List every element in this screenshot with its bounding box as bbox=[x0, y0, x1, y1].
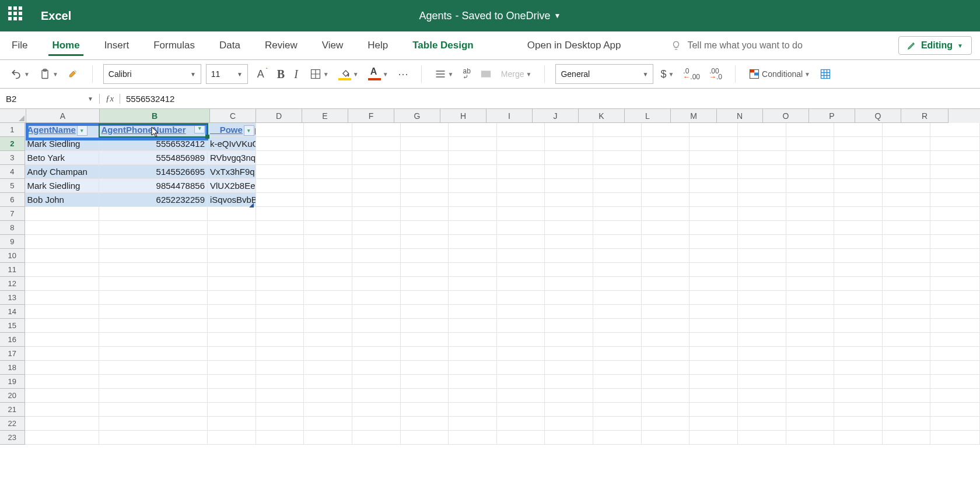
cell-A21[interactable] bbox=[25, 403, 99, 417]
cell-P5[interactable] bbox=[834, 179, 883, 193]
cell-J2[interactable] bbox=[545, 137, 593, 151]
cell-E10[interactable] bbox=[304, 249, 352, 263]
cell-F8[interactable] bbox=[352, 221, 401, 235]
cell-L15[interactable] bbox=[642, 319, 690, 333]
cell-L18[interactable] bbox=[642, 361, 690, 375]
cell-N11[interactable] bbox=[738, 263, 786, 277]
row-header-4[interactable]: 4 bbox=[0, 165, 25, 179]
cell-H20[interactable] bbox=[449, 389, 497, 403]
cell-D7[interactable] bbox=[256, 207, 304, 221]
cell-P12[interactable] bbox=[834, 277, 883, 291]
cell-C4[interactable]: VxTx3hF9q1s bbox=[208, 165, 256, 179]
cell-A11[interactable] bbox=[25, 263, 99, 277]
cell-B7[interactable] bbox=[99, 207, 208, 221]
cell-D8[interactable] bbox=[256, 221, 304, 235]
undo-button[interactable]: ▼ bbox=[8, 66, 32, 82]
cell-B10[interactable] bbox=[99, 249, 208, 263]
cell-L2[interactable] bbox=[642, 137, 690, 151]
cell-R3[interactable] bbox=[930, 151, 980, 165]
col-header-R[interactable]: R bbox=[901, 109, 949, 123]
cell-N3[interactable] bbox=[738, 151, 786, 165]
cell-H4[interactable] bbox=[449, 165, 497, 179]
cell-M6[interactable] bbox=[690, 193, 738, 207]
cell-Q16[interactable] bbox=[883, 333, 931, 347]
cell-G14[interactable] bbox=[401, 305, 449, 319]
cell-M16[interactable] bbox=[690, 333, 738, 347]
conditional-formatting-button[interactable]: Conditional▼ bbox=[746, 66, 813, 82]
cell-N4[interactable] bbox=[738, 165, 786, 179]
cell-F14[interactable] bbox=[352, 305, 401, 319]
cell-Q6[interactable] bbox=[883, 193, 931, 207]
cell-B3[interactable]: 5554856989 bbox=[99, 151, 208, 165]
cell-K3[interactable] bbox=[593, 151, 642, 165]
cell-O3[interactable] bbox=[786, 151, 835, 165]
cell-R1[interactable] bbox=[930, 123, 980, 137]
cell-I2[interactable] bbox=[497, 137, 545, 151]
cell-M17[interactable] bbox=[690, 347, 738, 361]
cell-R2[interactable] bbox=[930, 137, 980, 151]
cell-J11[interactable] bbox=[545, 263, 593, 277]
cell-F4[interactable] bbox=[352, 165, 401, 179]
tab-insert[interactable]: Insert bbox=[101, 35, 133, 56]
cell-Q2[interactable] bbox=[883, 137, 931, 151]
cell-G15[interactable] bbox=[401, 319, 449, 333]
cell-Q13[interactable] bbox=[883, 291, 931, 305]
tab-file[interactable]: File bbox=[8, 35, 31, 56]
cell-O8[interactable] bbox=[786, 221, 835, 235]
cell-G17[interactable] bbox=[401, 347, 449, 361]
cell-L6[interactable] bbox=[642, 193, 690, 207]
cell-R10[interactable] bbox=[930, 249, 980, 263]
cell-I17[interactable] bbox=[497, 347, 545, 361]
cell-F11[interactable] bbox=[352, 263, 401, 277]
cell-K11[interactable] bbox=[593, 263, 642, 277]
cell-L22[interactable] bbox=[642, 417, 690, 431]
cell-P14[interactable] bbox=[834, 305, 883, 319]
cell-C15[interactable] bbox=[208, 319, 256, 333]
col-header-Q[interactable]: Q bbox=[855, 109, 901, 123]
cell-E18[interactable] bbox=[304, 361, 352, 375]
row-header-17[interactable]: 17 bbox=[0, 347, 25, 361]
cell-G21[interactable] bbox=[401, 403, 449, 417]
cell-B14[interactable] bbox=[99, 305, 208, 319]
cell-C3[interactable]: RVbvgq3nqcI bbox=[208, 151, 256, 165]
row-header-15[interactable]: 15 bbox=[0, 319, 25, 333]
cell-J9[interactable] bbox=[545, 235, 593, 249]
cell-I12[interactable] bbox=[497, 277, 545, 291]
cell-J23[interactable] bbox=[545, 431, 593, 445]
cell-P18[interactable] bbox=[834, 361, 883, 375]
cell-N22[interactable] bbox=[738, 417, 786, 431]
cell-R20[interactable] bbox=[930, 389, 980, 403]
cell-Q3[interactable] bbox=[883, 151, 931, 165]
cell-O11[interactable] bbox=[786, 263, 835, 277]
cell-H15[interactable] bbox=[449, 319, 497, 333]
cell-M4[interactable] bbox=[690, 165, 738, 179]
cell-E15[interactable] bbox=[304, 319, 352, 333]
bold-button[interactable]: B bbox=[275, 65, 287, 83]
increase-decimal-button[interactable]: .00→.0 bbox=[707, 66, 724, 82]
cell-R16[interactable] bbox=[930, 333, 980, 347]
cell-D14[interactable] bbox=[256, 305, 304, 319]
col-header-M[interactable]: M bbox=[671, 109, 717, 123]
cell-A12[interactable] bbox=[25, 277, 99, 291]
cell-O4[interactable] bbox=[786, 165, 835, 179]
cell-Q12[interactable] bbox=[883, 277, 931, 291]
cell-H12[interactable] bbox=[449, 277, 497, 291]
cell-K21[interactable] bbox=[593, 403, 642, 417]
name-box[interactable]: B2 ▼ bbox=[0, 94, 100, 104]
cell-M18[interactable] bbox=[690, 361, 738, 375]
cell-N1[interactable] bbox=[738, 123, 786, 137]
cell-P19[interactable] bbox=[834, 375, 883, 389]
number-format-select[interactable]: General ▼ bbox=[555, 64, 653, 84]
cell-N13[interactable] bbox=[738, 291, 786, 305]
col-header-B[interactable]: B bbox=[100, 109, 210, 123]
cell-J14[interactable] bbox=[545, 305, 593, 319]
cell-R7[interactable] bbox=[930, 207, 980, 221]
cell-J7[interactable] bbox=[545, 207, 593, 221]
select-all-cell[interactable] bbox=[0, 109, 26, 123]
cell-E22[interactable] bbox=[304, 417, 352, 431]
cell-I18[interactable] bbox=[497, 361, 545, 375]
open-in-desktop-app[interactable]: Open in Desktop App bbox=[524, 35, 625, 56]
cell-Q20[interactable] bbox=[883, 389, 931, 403]
cell-E3[interactable] bbox=[304, 151, 352, 165]
cell-O21[interactable] bbox=[786, 403, 835, 417]
